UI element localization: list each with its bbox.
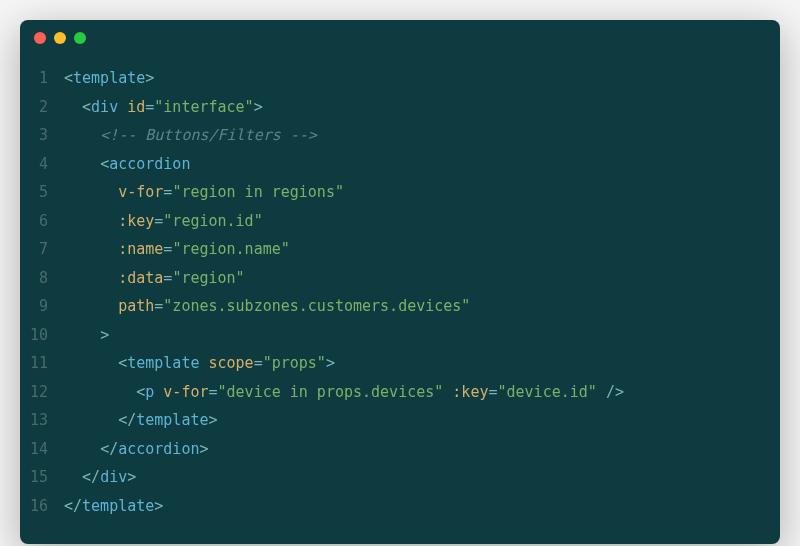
code-content: </div> bbox=[64, 463, 780, 492]
line-number: 1 bbox=[20, 64, 64, 93]
line-number: 4 bbox=[20, 150, 64, 179]
code-line: 8 :data="region" bbox=[20, 264, 780, 293]
code-line: 6 :key="region.id" bbox=[20, 207, 780, 236]
code-content: :key="region.id" bbox=[64, 207, 780, 236]
line-number: 12 bbox=[20, 378, 64, 407]
code-window: 1<template>2 <div id="interface">3 <!-- … bbox=[20, 20, 780, 544]
line-number: 2 bbox=[20, 93, 64, 122]
code-content: <template scope="props"> bbox=[64, 349, 780, 378]
titlebar bbox=[20, 20, 780, 56]
code-line: 1<template> bbox=[20, 64, 780, 93]
line-number: 13 bbox=[20, 406, 64, 435]
code-content: <!-- Buttons/Filters --> bbox=[64, 121, 780, 150]
code-content: v-for="region in regions" bbox=[64, 178, 780, 207]
code-line: 13 </template> bbox=[20, 406, 780, 435]
code-line: 14 </accordion> bbox=[20, 435, 780, 464]
code-content: </template> bbox=[64, 406, 780, 435]
line-number: 5 bbox=[20, 178, 64, 207]
code-line: 10 > bbox=[20, 321, 780, 350]
line-number: 7 bbox=[20, 235, 64, 264]
line-number: 11 bbox=[20, 349, 64, 378]
close-icon[interactable] bbox=[34, 32, 46, 44]
code-line: 2 <div id="interface"> bbox=[20, 93, 780, 122]
code-line: 5 v-for="region in regions" bbox=[20, 178, 780, 207]
code-line: 12 <p v-for="device in props.devices" :k… bbox=[20, 378, 780, 407]
code-line: 3 <!-- Buttons/Filters --> bbox=[20, 121, 780, 150]
line-number: 14 bbox=[20, 435, 64, 464]
code-content: <template> bbox=[64, 64, 780, 93]
code-line: 7 :name="region.name" bbox=[20, 235, 780, 264]
code-content: </accordion> bbox=[64, 435, 780, 464]
line-number: 9 bbox=[20, 292, 64, 321]
code-content: path="zones.subzones.customers.devices" bbox=[64, 292, 780, 321]
code-content: <accordion bbox=[64, 150, 780, 179]
code-content: :name="region.name" bbox=[64, 235, 780, 264]
line-number: 3 bbox=[20, 121, 64, 150]
maximize-icon[interactable] bbox=[74, 32, 86, 44]
code-content: </template> bbox=[64, 492, 780, 521]
code-content: <div id="interface"> bbox=[64, 93, 780, 122]
minimize-icon[interactable] bbox=[54, 32, 66, 44]
code-line: 15 </div> bbox=[20, 463, 780, 492]
code-content: :data="region" bbox=[64, 264, 780, 293]
code-content: <p v-for="device in props.devices" :key=… bbox=[64, 378, 780, 407]
code-line: 4 <accordion bbox=[20, 150, 780, 179]
code-line: 11 <template scope="props"> bbox=[20, 349, 780, 378]
code-line: 16</template> bbox=[20, 492, 780, 521]
line-number: 10 bbox=[20, 321, 64, 350]
code-editor[interactable]: 1<template>2 <div id="interface">3 <!-- … bbox=[20, 56, 780, 544]
line-number: 6 bbox=[20, 207, 64, 236]
line-number: 15 bbox=[20, 463, 64, 492]
line-number: 16 bbox=[20, 492, 64, 521]
code-content: > bbox=[64, 321, 780, 350]
line-number: 8 bbox=[20, 264, 64, 293]
code-line: 9 path="zones.subzones.customers.devices… bbox=[20, 292, 780, 321]
